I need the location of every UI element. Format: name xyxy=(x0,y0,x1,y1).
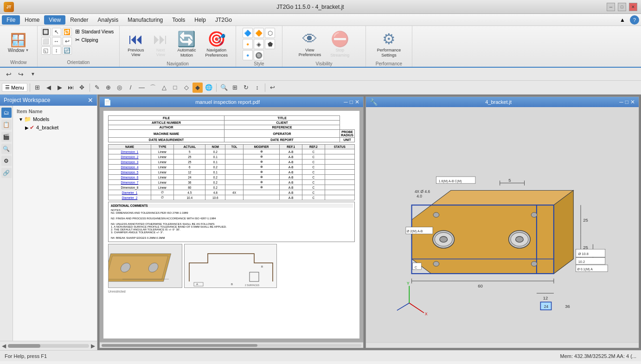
tree-item-models[interactable]: ▼ 📁 Models xyxy=(15,115,95,123)
sidebar-icon-3[interactable]: 🎬 xyxy=(1,132,12,142)
orient-btn-7[interactable]: 🔁 xyxy=(63,28,72,36)
window-button[interactable]: 🪟 Window ▼ xyxy=(4,32,33,55)
model-maximize-btn[interactable]: □ xyxy=(625,99,628,105)
sidebar-icon-5[interactable]: ⚙ xyxy=(1,156,12,166)
orient-btn-3[interactable]: ◱ xyxy=(41,46,51,55)
model-scrollbar[interactable] xyxy=(366,342,639,348)
menu-tools[interactable]: Tools xyxy=(167,15,190,25)
close-button[interactable]: ✕ xyxy=(629,3,637,11)
pdf-scrollbar[interactable] xyxy=(100,342,363,348)
next-view-button[interactable]: ⏭ Next View xyxy=(149,28,172,60)
menu-manufacturing[interactable]: Manufacturing xyxy=(123,15,167,25)
orient-btn-9[interactable]: 🔃 xyxy=(63,46,72,55)
qa-dropdown-button[interactable]: ▼ xyxy=(28,69,38,79)
main-area: Project Workspace ✕ 🗂 📋 🎬 🔍 ⚙ 🔗 Item Nam… xyxy=(0,95,641,350)
standard-views-btn[interactable]: ⊞ Standard Views xyxy=(73,28,116,35)
minimize-button[interactable]: ─ xyxy=(607,3,615,11)
tb-globe-btn[interactable]: 🌐 xyxy=(204,83,214,93)
scroll-right-arrow[interactable]: ▶ xyxy=(91,343,95,349)
model-panel-header: 🔧 4_bracket.jt ─ □ ✕ xyxy=(366,97,639,107)
menu-jt2go[interactable]: JT2Go xyxy=(211,15,237,25)
help-icon[interactable]: ? xyxy=(630,15,639,25)
clipping-btn[interactable]: ✂ Clipping xyxy=(73,36,116,44)
perf-settings-button[interactable]: ⚙ Performance Settings xyxy=(373,28,405,60)
pdf-close-btn[interactable]: ✕ xyxy=(355,99,359,105)
tb-back-btn[interactable]: ↩ xyxy=(268,83,278,93)
menu-toggle-button[interactable]: ☰ Menu xyxy=(2,83,27,92)
style-btn-6[interactable]: ⬟ xyxy=(265,39,275,49)
maximize-button[interactable]: □ xyxy=(618,3,626,11)
diam1-link[interactable]: Diameter_1 xyxy=(122,191,138,194)
menu-render[interactable]: Render xyxy=(65,15,93,25)
tb-draw-btn-6[interactable]: ⌒ xyxy=(148,83,158,93)
tb-grid-btn[interactable]: ⊞ xyxy=(32,83,43,93)
model-3d-content[interactable]: 5 25 25 60 12 6 xyxy=(366,107,639,342)
tb-fit-btn[interactable]: ↕ xyxy=(252,83,263,93)
style-btn-4[interactable]: 🔸 xyxy=(243,39,253,49)
style-btn-3[interactable]: ⬡ xyxy=(265,28,275,38)
dim3-link[interactable]: Dimension_3 xyxy=(121,160,138,164)
diam2-link[interactable]: Diameter_2 xyxy=(122,196,138,199)
tb-prev-btn[interactable]: ◀ xyxy=(44,83,54,93)
sidebar-close-button[interactable]: ✕ xyxy=(88,96,93,104)
prev-view-button[interactable]: ⏮ Previous View xyxy=(123,28,148,60)
sidebar-scrollbar[interactable]: ◀ ▶ xyxy=(0,341,97,350)
model-close-btn[interactable]: ✕ xyxy=(630,99,635,105)
scroll-left-arrow[interactable]: ◀ xyxy=(2,343,6,349)
tb-refresh-btn[interactable]: ↻ xyxy=(241,83,251,93)
tree-item-models-label: Models xyxy=(33,116,49,122)
svg-text:B: B xyxy=(231,283,233,286)
dim7-link[interactable]: Dimension_7 xyxy=(121,181,138,184)
stop-streaming-button[interactable]: ⛔ Stop Streaming xyxy=(326,28,353,60)
tb-shape-btn[interactable]: ◆ xyxy=(192,83,203,93)
orient-btn-6[interactable]: ↕ xyxy=(52,46,61,55)
menu-file[interactable]: File xyxy=(2,15,20,25)
style-btn-5[interactable]: ◈ xyxy=(254,39,264,49)
pdf-maximize-btn[interactable]: □ xyxy=(350,99,353,105)
menu-help[interactable]: Help xyxy=(190,15,211,25)
auto-motion-button[interactable]: 🔄 Automatic Motion xyxy=(173,28,200,60)
dim2-link[interactable]: Dimension_2 xyxy=(121,155,138,159)
style-btn-8[interactable]: 🔘 xyxy=(254,50,264,60)
tb-cross-btn[interactable]: ✥ xyxy=(77,83,87,93)
orient-btn-4[interactable]: ↖ xyxy=(52,28,61,36)
nav-prefs-button[interactable]: 🎯 Navigation Preferences xyxy=(201,28,232,60)
tb-next-btn[interactable]: ▶ xyxy=(55,83,65,93)
tb-draw-btn-9[interactable]: ◇ xyxy=(181,83,192,93)
undo-button[interactable]: ↩ xyxy=(4,69,14,79)
tree-item-bracket[interactable]: ▶ ✔ 4_bracket xyxy=(15,123,95,132)
tb-draw-btn-2[interactable]: ⊕ xyxy=(103,83,114,93)
tb-draw-btn-5[interactable]: — xyxy=(137,83,147,93)
ribbon-collapse-btn[interactable]: ▲ xyxy=(617,16,628,24)
style-btn-2[interactable]: 🔶 xyxy=(254,28,264,38)
redo-button[interactable]: ↪ xyxy=(16,69,26,79)
view-prefs-button[interactable]: 👁 View Preferences xyxy=(295,28,326,60)
menu-home[interactable]: Home xyxy=(20,15,44,25)
tb-draw-btn-7[interactable]: △ xyxy=(159,83,169,93)
menu-analysis[interactable]: Analysis xyxy=(93,15,123,25)
sidebar-icon-6[interactable]: 🔗 xyxy=(1,168,12,178)
orient-btn-1[interactable]: 🔲 xyxy=(41,28,51,36)
orient-btn-2[interactable]: ⬜ xyxy=(41,37,51,45)
tb-draw-btn-1[interactable]: ✎ xyxy=(92,83,103,93)
tb-grid2-btn[interactable]: ⊞ xyxy=(230,83,240,93)
tb-end-btn[interactable]: ⏭ xyxy=(66,83,76,93)
model-minimize-btn[interactable]: ─ xyxy=(619,99,623,105)
style-btn-7[interactable]: 🔹 xyxy=(243,50,253,60)
orient-btn-8[interactable]: ↩ xyxy=(63,37,72,45)
pdf-minimize-btn[interactable]: ─ xyxy=(344,99,348,105)
tb-zoom-btn[interactable]: 🔍 xyxy=(219,83,229,93)
dim1-link[interactable]: Dimension_1 xyxy=(121,150,138,153)
menu-view[interactable]: View xyxy=(44,15,65,25)
tb-draw-btn-8[interactable]: □ xyxy=(170,83,180,93)
tb-draw-btn-4[interactable]: / xyxy=(126,83,136,93)
dim5-link[interactable]: Dimension_5 xyxy=(121,171,138,174)
sidebar-icon-4[interactable]: 🔍 xyxy=(1,144,12,154)
style-btn-1[interactable]: 🔷 xyxy=(243,28,253,38)
dim4-link[interactable]: Dimension_4 xyxy=(121,166,138,169)
sidebar-icon-2[interactable]: 📋 xyxy=(1,120,12,130)
orient-btn-5[interactable]: ↔ xyxy=(52,37,61,45)
sidebar-icon-1[interactable]: 🗂 xyxy=(1,108,12,118)
dim6-link[interactable]: Dimension_6 xyxy=(121,176,138,179)
tb-draw-btn-3[interactable]: ◎ xyxy=(115,83,125,93)
